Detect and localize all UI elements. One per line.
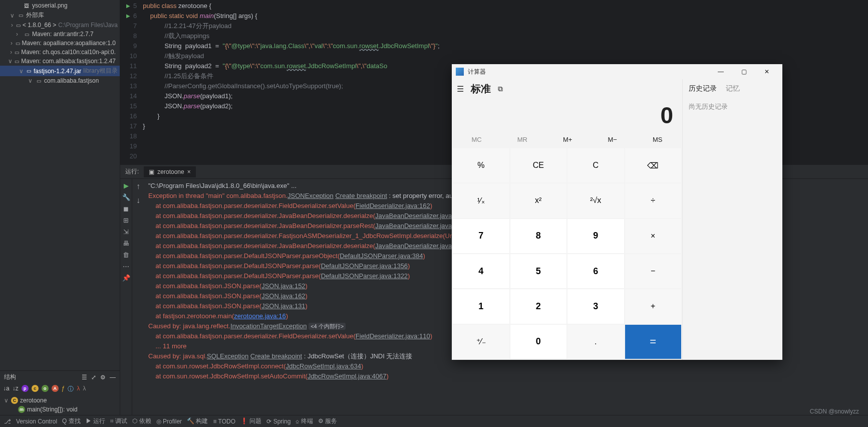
filter-p-icon[interactable]: p <box>22 385 29 392</box>
status-item[interactable]: ◎ Profiler <box>156 418 182 425</box>
expand-icon[interactable]: ⤢ <box>91 374 96 381</box>
minimize-icon[interactable]: — <box>709 64 732 79</box>
calc-display: 0 <box>452 98 682 134</box>
calc-rtab[interactable]: 记忆 <box>726 84 740 93</box>
pin-icon[interactable]: 📌 <box>122 274 130 282</box>
status-item[interactable]: ⟳ Spring <box>266 418 291 425</box>
calc-btn-C[interactable]: C <box>567 148 624 182</box>
mem-m−[interactable]: M− <box>608 136 617 143</box>
calc-btn-−[interactable]: − <box>625 254 682 288</box>
tree-item[interactable]: ∨▭外部库 <box>0 10 120 21</box>
calc-btn-1[interactable]: 1 <box>453 289 509 323</box>
calc-btn-x²[interactable]: x² <box>510 183 567 218</box>
status-bar: ⎇Version ControlQ 查找▶ 运行⌗ 调试⬡ 依赖◎ Profil… <box>0 415 868 427</box>
calc-btn-8[interactable]: 8 <box>510 219 567 253</box>
watermark: CSDN @snowlyzz <box>810 408 859 415</box>
status-item[interactable]: ▶ 运行 <box>86 417 105 425</box>
calc-btn-⌫[interactable]: ⌫ <box>625 148 682 182</box>
close-icon[interactable]: ✕ <box>755 64 778 79</box>
calc-btn-%[interactable]: % <box>453 148 509 182</box>
calculator-app-icon <box>456 68 464 76</box>
lambda-icon[interactable]: λ <box>83 385 86 393</box>
print-icon[interactable]: 🖶 <box>123 240 129 247</box>
calc-btn-5[interactable]: 5 <box>510 254 567 288</box>
structure-item[interactable]: mmain(String[]): void <box>0 405 120 414</box>
down-icon[interactable]: ↓ <box>136 196 140 205</box>
restore-icon[interactable]: ⇲ <box>123 228 129 236</box>
calc-btn-7[interactable]: 7 <box>453 219 509 253</box>
tree-item[interactable]: 🖼ysoserial.png <box>0 1 120 10</box>
calc-btn-6[interactable]: 6 <box>567 254 624 288</box>
calc-btn-+[interactable]: + <box>625 289 682 323</box>
fields-icon[interactable]: ƒ <box>62 385 65 393</box>
filter-a-icon[interactable]: A <box>52 385 59 392</box>
calc-btn-⁺⁄₋[interactable]: ⁺⁄₋ <box>453 325 509 359</box>
maximize-icon[interactable]: ▢ <box>732 64 755 79</box>
hide-icon[interactable]: — <box>110 374 116 381</box>
sort-vis-icon[interactable]: ↓z <box>13 385 19 393</box>
anon-icon[interactable]: λ <box>77 385 80 393</box>
calc-btn-¹⁄ₓ[interactable]: ¹⁄ₓ <box>453 183 509 218</box>
tree-item[interactable]: ›▭< 1.8.0_66 > C:\Program Files\Java <box>0 21 120 30</box>
mem-ms[interactable]: MS <box>653 136 663 143</box>
run-settings-icon[interactable]: 🔧 <box>122 193 130 201</box>
project-sidebar: 🖼ysoserial.png∨▭外部库›▭< 1.8.0_66 > C:\Pro… <box>0 0 120 415</box>
filter-o-icon[interactable]: o <box>42 385 49 392</box>
run-tab-zerotoone[interactable]: ▣ zerotoone × <box>144 166 195 177</box>
status-item[interactable]: ≡ TODO <box>213 418 235 425</box>
status-item[interactable]: 🔨 构建 <box>187 417 208 425</box>
calculator-titlebar[interactable]: 计算器 — ▢ ✕ <box>452 64 782 79</box>
branch-icon[interactable]: ⎇ <box>4 418 11 425</box>
status-item[interactable]: Version Control <box>16 418 57 425</box>
hamburger-icon[interactable]: ☰ <box>457 84 464 94</box>
tree-item[interactable]: ∨▭Maven: com.alibaba:fastjson:1.2.47 <box>0 57 120 66</box>
trash-icon[interactable]: 🗑 <box>123 251 129 259</box>
status-item[interactable]: ⎐ 终端 <box>296 417 313 425</box>
calc-mode: 标准 <box>471 82 491 96</box>
tree-item[interactable]: ›▭Maven: antlr:antlr:2.7.7 <box>0 30 120 39</box>
calc-btn-3[interactable]: 3 <box>567 289 624 323</box>
calc-btn-CE[interactable]: CE <box>510 148 567 182</box>
layout-icon[interactable]: ⊞ <box>123 217 129 224</box>
calc-btn-÷[interactable]: ÷ <box>625 183 682 218</box>
sort-alpha-icon[interactable]: ↓a <box>3 385 10 393</box>
stop-icon[interactable]: ◼ <box>123 205 129 212</box>
history-empty: 尚无历史记录 <box>689 102 776 111</box>
filter-c-icon[interactable]: c <box>32 385 39 392</box>
inherited-icon[interactable]: ⓘ <box>68 385 74 393</box>
structure-item[interactable]: ∨Czerotoone <box>0 396 120 405</box>
up-icon[interactable]: ↑ <box>136 182 140 191</box>
calc-btn-²√x[interactable]: ²√x <box>567 183 624 218</box>
keep-on-top-icon[interactable]: ⧉ <box>498 85 503 93</box>
calc-btn-4[interactable]: 4 <box>453 254 509 288</box>
rerun-icon[interactable]: ▶ <box>124 182 129 189</box>
tree-item[interactable]: ›▭Maven: aopalliance:aopalliance:1.0 <box>0 39 120 48</box>
gear-icon[interactable]: ⚙ <box>100 374 106 381</box>
structure-header: 结构 ☰ ⤢ ⚙ — <box>0 370 120 383</box>
calculator-window: 计算器 — ▢ ✕ ☰ 标准 ⧉ 0 MCMRM+M−MS %CEC⌫¹⁄ₓx²… <box>452 64 782 360</box>
calc-btn-0[interactable]: 0 <box>510 325 567 359</box>
status-item[interactable]: ⚙ 服务 <box>318 417 337 425</box>
calc-btn-9[interactable]: 9 <box>567 219 624 253</box>
more-icon[interactable]: ⋯ <box>123 263 129 270</box>
tree-item[interactable]: ∨▭fastjson-1.2.47.jar library根目录 <box>0 66 120 76</box>
mem-mr[interactable]: MR <box>517 136 527 143</box>
tree-item[interactable]: ›▭Maven: ch.qos.cal10n:cal10n-api:0. <box>0 48 120 57</box>
status-item[interactable]: Q 查找 <box>62 417 81 425</box>
status-item[interactable]: ❗ 问题 <box>240 417 261 425</box>
tree-item[interactable]: ∨▭com.alibaba.fastjson <box>0 76 120 85</box>
status-item[interactable]: ⌗ 调试 <box>110 417 127 425</box>
calc-btn-×[interactable]: × <box>625 219 682 253</box>
calculator-title: 计算器 <box>468 68 486 76</box>
run-label: 运行: <box>120 167 144 176</box>
sort-icon[interactable]: ☰ <box>82 374 87 381</box>
calc-btn-.[interactable]: . <box>567 325 624 359</box>
run-config-icon: ▣ <box>149 168 154 175</box>
calc-btn-2[interactable]: 2 <box>510 289 567 323</box>
mem-mc[interactable]: MC <box>472 136 482 143</box>
calc-btn-=[interactable]: = <box>625 325 682 359</box>
mem-m+[interactable]: M+ <box>563 136 572 143</box>
calc-rtab[interactable]: 历史记录 <box>689 84 717 93</box>
status-item[interactable]: ⬡ 依赖 <box>132 417 151 425</box>
close-icon[interactable]: × <box>187 168 191 175</box>
